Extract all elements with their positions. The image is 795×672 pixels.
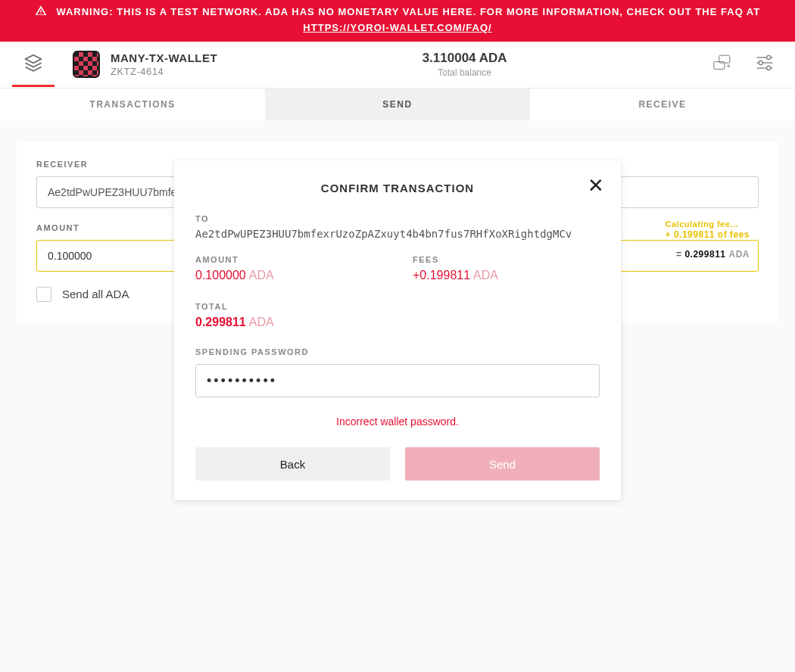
total-label: TOTAL [195, 302, 600, 311]
tab-send[interactable]: SEND [265, 89, 530, 120]
total-value: 0.299811ADA [195, 316, 600, 329]
checkbox-icon [36, 287, 51, 302]
transfer-icon[interactable] [712, 52, 733, 76]
to-address: Ae2tdPwUPEZ3HUU7bmfexrUzoZpAZxuyt4b4bn7f… [195, 228, 600, 240]
modal-title: CONFIRM TRANSACTION [195, 182, 600, 194]
tab-receive[interactable]: RECEIVE [530, 89, 795, 120]
svg-point-5 [767, 55, 771, 59]
tab-transactions[interactable]: TRANSACTIONS [0, 89, 265, 120]
testnet-warning-banner: WARNING: THIS IS A TEST NETWORK. ADA HAS… [0, 0, 795, 42]
to-label: TO [195, 214, 600, 223]
wallet-info: MANY-TX-WALLET ZKTZ-4614 [111, 51, 217, 77]
wallet-identicon [73, 51, 100, 78]
svg-point-7 [767, 66, 771, 70]
banner-text: WARNING: THIS IS A TEST NETWORK. ADA HAS… [56, 6, 760, 17]
wallet-name: MANY-TX-WALLET [111, 51, 217, 64]
fees-label: FEES [413, 255, 600, 264]
back-button[interactable]: Back [195, 447, 390, 481]
warning-icon [35, 5, 47, 15]
password-error: Incorrect wallet password. [195, 415, 600, 428]
confirm-transaction-modal: CONFIRM TRANSACTION ✕ TO Ae2tdPwUPEZ3HUU… [174, 160, 621, 500]
balance-value: 3.110004 ADA [217, 51, 712, 66]
fees-value: +0.199811ADA [413, 269, 600, 282]
password-label: SPENDING PASSWORD [195, 347, 600, 356]
balance-label: Total balance [217, 67, 712, 78]
app-header: MANY-TX-WALLET ZKTZ-4614 3.110004 ADA To… [0, 42, 795, 89]
fee-hint: Calculating fee... + 0.199811 of fees [666, 219, 750, 240]
send-button[interactable]: Send [405, 447, 600, 481]
total-hint: = 0.299811ADA [676, 249, 750, 260]
wallet-tabs: TRANSACTIONS SEND RECEIVE [0, 89, 795, 120]
app-logo[interactable] [12, 45, 55, 87]
amount-label-modal: AMOUNT [195, 255, 382, 264]
balance-block: 3.110004 ADA Total balance [217, 51, 712, 78]
amount-value-modal: 0.100000ADA [195, 269, 382, 282]
spending-password-input[interactable] [195, 364, 600, 397]
close-icon[interactable]: ✕ [588, 176, 604, 195]
send-all-label: Send all ADA [62, 288, 129, 300]
wallet-code: ZKTZ-4614 [111, 66, 217, 77]
svg-point-6 [759, 61, 762, 64]
banner-faq-link[interactable]: HTTPS://YOROI-WALLET.COM/FAQ/ [303, 22, 491, 33]
settings-icon[interactable] [754, 52, 775, 76]
